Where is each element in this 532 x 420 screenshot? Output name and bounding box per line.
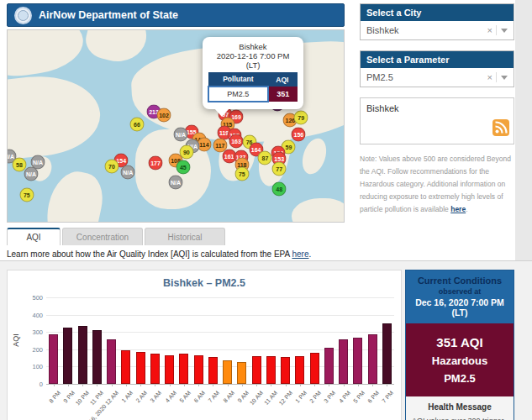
x-axis-tick	[155, 384, 155, 386]
aqi-marker[interactable]: 48	[272, 182, 287, 197]
x-axis-label: 1 PM	[294, 390, 308, 404]
aqi-marker[interactable]: N/A	[24, 167, 39, 181]
x-axis-tick	[372, 384, 373, 386]
chart-bar	[165, 355, 174, 384]
x-axis-label: 2 PM	[308, 390, 322, 404]
chart-y-axis-label: AQI	[12, 333, 20, 347]
x-axis-tick	[170, 384, 171, 386]
popup-aqi-value: 351	[268, 87, 298, 102]
x-axis-label: 6 PM	[366, 390, 380, 404]
popup-datetime: 2020-12-16 7:00 PM	[208, 51, 298, 60]
x-axis-label: 4 PM	[338, 390, 351, 404]
popup-table: Pollutant AQI PM2.5 351	[208, 72, 298, 102]
aqi-marker[interactable]: 66	[130, 117, 145, 131]
x-axis-label: 7 PM	[381, 390, 394, 404]
aqi-bar-chart: Bishkek – PM2.5 AQI 01002003004005008 PM…	[7, 270, 402, 420]
chart-bar	[92, 330, 102, 384]
chart-bar	[237, 362, 246, 384]
y-axis-tick: 0	[21, 381, 43, 388]
note-here-link[interactable]: here	[450, 205, 466, 213]
x-axis-tick	[140, 384, 141, 386]
aqi-marker[interactable]: 156	[292, 127, 306, 141]
chart-bar	[353, 338, 362, 384]
x-axis-tick	[286, 384, 287, 386]
x-axis-label: 8 PM	[48, 390, 61, 404]
x-axis-label: 2 AM	[134, 390, 148, 404]
popup-city: Bishkek	[208, 42, 298, 51]
aqi-marker[interactable]: 102	[157, 108, 171, 123]
x-axis-tick	[271, 384, 271, 386]
x-axis-label: 3 PM	[323, 390, 336, 404]
city-select[interactable]: Bishkek ×	[361, 21, 514, 39]
tab-historical[interactable]: Historical	[145, 228, 225, 245]
landmass	[7, 70, 104, 162]
x-axis-tick	[82, 384, 83, 386]
aqi-marker[interactable]: N/A	[169, 176, 183, 190]
chart-bar	[223, 360, 232, 384]
app-header: AirNow Department of State	[7, 3, 345, 27]
parameter-select[interactable]: PM2.5 ×	[361, 68, 514, 87]
learn-here-link[interactable]: here	[292, 249, 308, 259]
feed-city-label: Bishkek	[366, 103, 508, 113]
x-axis-label: 8 AM	[222, 390, 235, 404]
aqi-marker[interactable]: 87	[258, 150, 272, 165]
x-axis-tick	[256, 384, 257, 386]
x-axis-tick	[198, 384, 199, 386]
x-axis-tick	[68, 384, 69, 386]
aqi-marker[interactable]: N/A	[121, 165, 135, 179]
chart-bar	[194, 355, 203, 384]
bottom-section: Bishkek – PM2.5 AQI 01002003004005008 PM…	[0, 260, 532, 420]
x-axis-label: 12 PM	[277, 390, 293, 407]
aqi-marker[interactable]: 177	[149, 156, 163, 171]
rss-icon[interactable]	[492, 119, 509, 139]
aqi-marker[interactable]: 45	[176, 160, 190, 175]
aqi-marker[interactable]: 77	[272, 161, 287, 176]
popup-col-pollutant: Pollutant	[208, 72, 268, 87]
aqi-marker[interactable]: 75	[234, 166, 249, 181]
chart-bar	[179, 354, 188, 384]
tab-aqi[interactable]: AQI	[7, 228, 61, 245]
sidebar: Select a City Bishkek × Select a Paramet…	[360, 3, 514, 215]
x-axis-tick	[213, 384, 213, 386]
chart-bar	[266, 356, 276, 384]
aqi-marker[interactable]: 163	[229, 134, 244, 149]
conditions-aqi-value: 351 AQI	[411, 335, 508, 349]
chart-bar	[368, 334, 377, 384]
gridline	[46, 297, 394, 298]
conditions-aqi-block: 351 AQI Hazardous PM2.5	[406, 323, 514, 396]
tab-concentration[interactable]: Concentration	[62, 228, 143, 245]
chevron-down-icon[interactable]	[501, 29, 508, 33]
health-message-text: AQI values over 300 trigger health warni…	[412, 416, 508, 420]
conditions-observed-at: observed at	[409, 287, 510, 296]
x-axis-tick	[300, 384, 301, 386]
aqi-marker[interactable]: 79	[294, 111, 308, 125]
beyond-aqi-note: Note: Values above 500 are considered Be…	[360, 153, 514, 215]
chart-bar	[136, 352, 145, 384]
app-title: AirNow Department of State	[39, 9, 178, 21]
chart-bar	[281, 357, 290, 384]
x-axis-tick	[358, 384, 359, 386]
popup-pollutant-value: PM2.5	[208, 87, 268, 102]
chevron-down-icon[interactable]	[501, 76, 508, 80]
clear-icon[interactable]: ×	[487, 25, 497, 35]
parameter-select-label: Select a Parameter	[361, 51, 514, 68]
aqi-marker[interactable]: 70	[105, 159, 119, 173]
city-select-label: Select a City	[361, 4, 514, 21]
conditions-datetime: Dec 16, 2020 7:00 PM (LT)	[409, 297, 510, 318]
x-axis-label: 5 PM	[352, 390, 366, 404]
aqi-marker[interactable]: 75	[19, 188, 34, 202]
city-select-card: Select a City Bishkek ×	[360, 3, 514, 40]
x-axis-label: 7 AM	[208, 390, 221, 404]
x-axis-tick	[387, 384, 387, 386]
x-axis-tick	[314, 384, 315, 386]
chart-bar	[63, 328, 72, 384]
x-axis-tick	[126, 384, 127, 386]
y-axis-tick: 400	[21, 312, 43, 319]
world-map[interactable]: N/A58N/AN/A756621310215470N/A177155N/A14…	[7, 29, 345, 223]
conditions-title: Current Conditions	[409, 276, 510, 286]
x-axis-tick	[344, 384, 345, 386]
aqi-marker[interactable]: N/A	[174, 128, 188, 142]
airnow-page: AirNow Department of State N/A58N/AN/A75…	[0, 0, 532, 420]
landmass	[40, 167, 108, 223]
clear-icon[interactable]: ×	[487, 72, 497, 82]
